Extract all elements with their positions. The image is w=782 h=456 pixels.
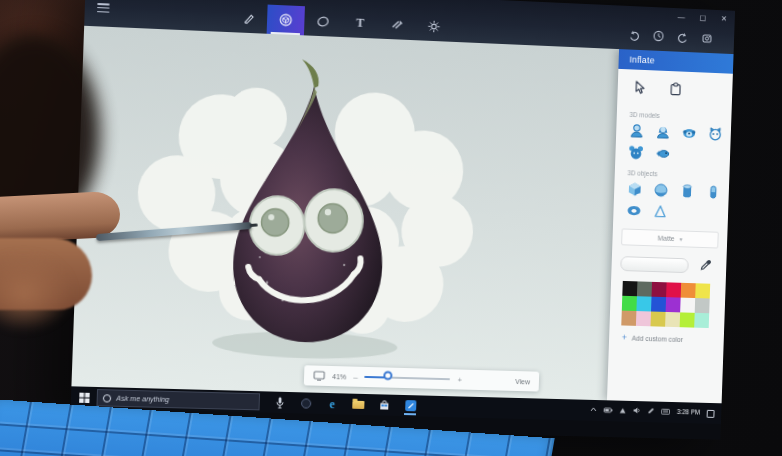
model-dog-icon[interactable] — [681, 125, 697, 141]
battery-icon[interactable] — [604, 407, 613, 415]
3d-doodle-icon — [279, 13, 293, 27]
zoom-percentage: 41% — [332, 373, 346, 380]
sticker-icon — [316, 15, 330, 29]
microphone-icon[interactable] — [273, 393, 288, 411]
current-color-swatch[interactable] — [620, 256, 689, 273]
zoom-bar: 41% – + View — [304, 365, 540, 391]
palette-swatch[interactable] — [650, 311, 665, 326]
palette-swatch[interactable] — [621, 311, 636, 326]
palette-swatch[interactable] — [666, 282, 681, 297]
palette-swatch[interactable] — [636, 311, 651, 326]
object-cube-icon[interactable] — [627, 181, 643, 197]
menu-icon[interactable] — [97, 3, 110, 13]
object-sphere-icon[interactable] — [653, 182, 669, 198]
store-icon[interactable] — [377, 396, 392, 414]
sticker-tool-button[interactable] — [304, 6, 342, 37]
zoom-slider-knob[interactable] — [383, 371, 392, 380]
file-explorer-icon[interactable] — [351, 395, 366, 413]
circle-app-icon[interactable] — [299, 394, 314, 412]
paste-icon[interactable] — [669, 82, 682, 100]
undo-button[interactable] — [628, 26, 640, 44]
redo-button[interactable] — [677, 28, 689, 46]
object-cone-icon[interactable] — [652, 204, 668, 220]
cortana-icon — [103, 394, 111, 402]
chevron-down-icon: ▾ — [679, 235, 682, 242]
window-controls: — ▢ ✕ — [678, 13, 727, 23]
material-value: Matte — [658, 235, 675, 242]
canvas-tool-button[interactable] — [415, 11, 453, 42]
palette-swatch[interactable] — [622, 281, 637, 296]
palette-swatch[interactable] — [666, 297, 681, 312]
photo-scene: Untitled - Paint Preview — ▢ ✕ — [0, 0, 782, 456]
palette-swatch[interactable] — [680, 298, 695, 313]
palette-swatch[interactable] — [622, 296, 637, 311]
panel-tools — [617, 69, 733, 106]
share-button[interactable] — [701, 30, 713, 48]
plus-icon: + — [622, 333, 627, 342]
zoom-out-button[interactable]: – — [353, 372, 358, 381]
chevron-up-icon[interactable] — [590, 407, 597, 414]
speaker-icon[interactable] — [633, 407, 641, 416]
object-cylinder-icon[interactable] — [679, 183, 695, 199]
palette-swatch[interactable] — [651, 297, 666, 312]
restore-button[interactable]: ▢ — [699, 14, 706, 22]
palette-swatch[interactable] — [695, 283, 710, 298]
fig-stem — [301, 59, 319, 88]
system-tray: 3:28 PM — [590, 406, 721, 418]
palette-swatch[interactable] — [680, 312, 695, 327]
zoom-slider[interactable] — [365, 376, 451, 381]
history-button[interactable] — [652, 27, 664, 45]
model-man-icon[interactable] — [629, 123, 645, 139]
hand-knuckles — [0, 252, 74, 332]
taskbar-apps: e — [273, 393, 418, 415]
fit-to-screen-icon[interactable] — [313, 370, 325, 381]
3d-tool-button[interactable] — [267, 5, 305, 36]
objects-grid — [613, 179, 729, 223]
side-panel: Inflate 3D models — [607, 49, 734, 403]
start-button[interactable] — [79, 388, 90, 407]
models-grid — [615, 120, 731, 164]
model-mouse-icon[interactable] — [628, 145, 644, 161]
minimize-button[interactable]: — — [678, 13, 686, 21]
sun-icon — [427, 20, 440, 34]
clock[interactable]: 3:28 PM — [677, 409, 700, 416]
select-cursor-icon[interactable] — [633, 80, 646, 98]
touch-keyboard-icon[interactable] — [661, 408, 670, 416]
model-fish-icon[interactable] — [654, 146, 670, 162]
current-color-row — [620, 254, 718, 275]
brush-icon — [242, 11, 256, 25]
eyedropper-icon[interactable] — [700, 257, 712, 275]
close-button[interactable]: ✕ — [721, 15, 727, 23]
palette-swatch[interactable] — [681, 283, 696, 298]
add-custom-color-label: Add custom color — [632, 335, 683, 343]
action-center-icon[interactable] — [707, 409, 715, 417]
material-dropdown[interactable]: Matte ▾ — [621, 228, 719, 248]
palette-swatch[interactable] — [637, 281, 652, 296]
palette-swatch[interactable] — [695, 298, 710, 313]
object-torus-icon[interactable] — [626, 203, 642, 219]
search-input[interactable]: Ask me anything — [116, 395, 169, 403]
add-custom-color-button[interactable]: + Add custom color — [622, 333, 724, 345]
paint-3d-app-icon[interactable] — [403, 396, 418, 414]
text-tool-button[interactable]: T — [341, 8, 379, 39]
up-arrow-icon[interactable] — [619, 407, 626, 415]
brush-tool-button[interactable] — [229, 3, 267, 34]
effects-tool-button[interactable] — [378, 10, 416, 41]
zoom-in-button[interactable]: + — [457, 375, 462, 384]
edge-icon[interactable]: e — [325, 394, 340, 412]
model-woman-icon[interactable] — [655, 124, 671, 140]
palette-swatch[interactable] — [694, 313, 709, 328]
palette-swatch[interactable] — [665, 312, 680, 327]
pen-icon[interactable] — [648, 408, 655, 417]
text-icon: T — [356, 16, 365, 31]
effects-icon — [390, 18, 403, 32]
color-palette — [621, 281, 725, 329]
palette-swatch[interactable] — [636, 296, 651, 311]
palette-swatch[interactable] — [652, 282, 667, 297]
history-tools — [628, 26, 723, 48]
model-cat-icon[interactable] — [707, 126, 723, 142]
view-button[interactable]: View — [515, 378, 530, 385]
object-capsule-icon[interactable] — [705, 184, 721, 200]
